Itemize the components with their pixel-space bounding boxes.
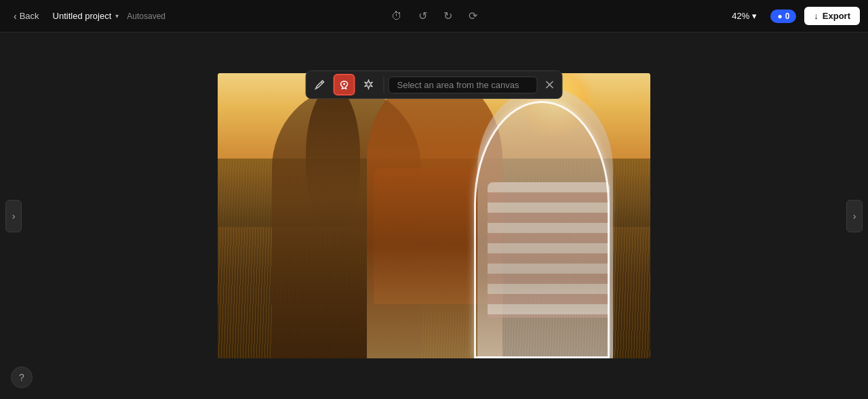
help-icon: ? bbox=[19, 372, 24, 383]
export-button[interactable]: ↓ Export bbox=[804, 7, 860, 25]
toolbar-divider bbox=[384, 77, 384, 93]
redo-button[interactable]: ↻ bbox=[441, 7, 455, 25]
undo-button[interactable]: ↺ bbox=[416, 7, 430, 25]
user-count: 0 bbox=[785, 12, 790, 21]
canvas-image bbox=[218, 73, 650, 358]
topbar: ‹ Back Untitled project ▾ Autosaved ⏱ ↺ … bbox=[0, 0, 868, 33]
left-arrow-button[interactable]: › bbox=[5, 200, 22, 232]
project-title-container: Untitled project ▾ bbox=[53, 11, 119, 21]
lasso-icon bbox=[339, 79, 350, 90]
right-arrow-icon: › bbox=[853, 211, 856, 222]
back-button[interactable]: ‹ Back bbox=[8, 8, 45, 24]
magic-tool-button[interactable] bbox=[358, 74, 380, 96]
user-badge: ● 0 bbox=[770, 9, 796, 23]
back-label: Back bbox=[20, 11, 39, 21]
autosaved-status: Autosaved bbox=[127, 12, 165, 21]
zoom-chevron-icon: ▾ bbox=[752, 11, 757, 21]
close-toolbar-button[interactable] bbox=[540, 75, 559, 94]
export-label: Export bbox=[823, 11, 850, 21]
timer-button[interactable]: ⏱ bbox=[389, 7, 405, 25]
area-input-placeholder: Select an area from the canvas bbox=[397, 80, 519, 90]
svg-point-0 bbox=[343, 83, 345, 85]
canvas-area: Select an area from the canvas › bbox=[0, 33, 868, 399]
zoom-level: 42% bbox=[732, 11, 749, 21]
help-button[interactable]: ? bbox=[11, 366, 33, 388]
user-icon: ● bbox=[777, 12, 782, 21]
close-icon bbox=[546, 81, 554, 89]
export-icon: ↓ bbox=[814, 11, 818, 21]
zoom-control[interactable]: 42% ▾ bbox=[726, 8, 762, 24]
pen-icon bbox=[315, 79, 326, 90]
area-input-container[interactable]: Select an area from the canvas bbox=[389, 77, 538, 93]
right-arrow-button[interactable]: › bbox=[846, 200, 863, 232]
project-title: Untitled project bbox=[53, 11, 112, 21]
topbar-right: 42% ▾ ● 0 ↓ Export bbox=[726, 7, 860, 25]
redo2-button[interactable]: ⟳ bbox=[466, 7, 480, 25]
floating-toolbar: Select an area from the canvas bbox=[306, 70, 563, 99]
lasso-tool-button[interactable] bbox=[334, 74, 355, 96]
history-controls: ⏱ ↺ ↻ ⟳ bbox=[389, 7, 480, 25]
back-arrow-icon: ‹ bbox=[14, 11, 17, 22]
left-arrow-icon: › bbox=[12, 211, 16, 222]
pen-tool-button[interactable] bbox=[309, 74, 331, 96]
photo-background bbox=[218, 73, 650, 358]
magic-icon bbox=[363, 79, 374, 90]
chevron-down-icon: ▾ bbox=[115, 12, 119, 20]
figure-right bbox=[477, 87, 613, 358]
